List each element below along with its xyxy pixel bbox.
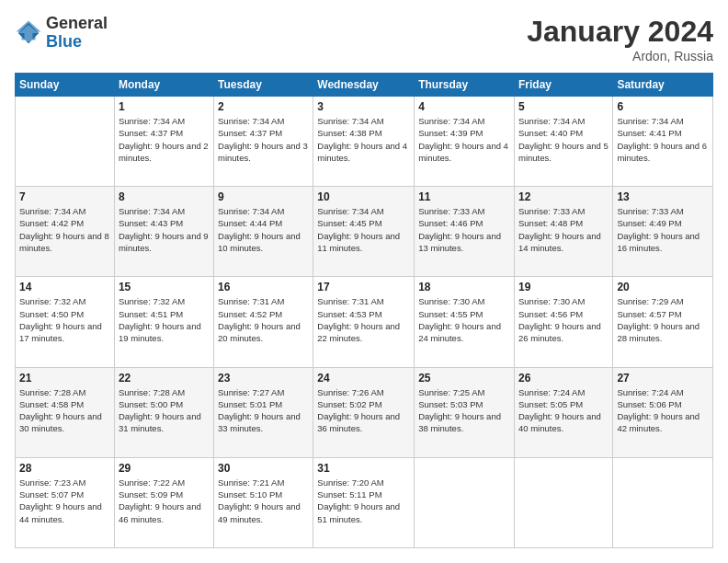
day-info: Sunrise: 7:21 AM Sunset: 5:10 PM Dayligh… xyxy=(218,477,309,525)
day-number: 20 xyxy=(617,281,709,293)
day-number: 9 xyxy=(218,190,309,203)
week-row-2: 14Sunrise: 7:32 AM Sunset: 4:50 PM Dayli… xyxy=(16,277,713,367)
day-number: 24 xyxy=(317,372,410,385)
day-number: 23 xyxy=(218,372,309,385)
day-cell: 13Sunrise: 7:33 AM Sunset: 4:49 PM Dayli… xyxy=(613,187,713,277)
day-cell: 28Sunrise: 7:23 AM Sunset: 5:07 PM Dayli… xyxy=(16,457,115,547)
col-sunday: Sunday xyxy=(16,74,115,97)
day-info: Sunrise: 7:34 AM Sunset: 4:44 PM Dayligh… xyxy=(218,205,309,254)
day-cell: 22Sunrise: 7:28 AM Sunset: 5:00 PM Dayli… xyxy=(114,367,213,457)
day-cell: 24Sunrise: 7:26 AM Sunset: 5:02 PM Dayli… xyxy=(313,367,415,457)
week-row-1: 7Sunrise: 7:34 AM Sunset: 4:42 PM Daylig… xyxy=(16,187,713,277)
day-number: 28 xyxy=(19,462,110,475)
day-number: 14 xyxy=(19,281,110,293)
day-number: 25 xyxy=(418,372,510,385)
day-cell: 10Sunrise: 7:34 AM Sunset: 4:45 PM Dayli… xyxy=(313,187,415,277)
day-info: Sunrise: 7:28 AM Sunset: 5:00 PM Dayligh… xyxy=(119,386,210,435)
day-cell: 18Sunrise: 7:30 AM Sunset: 4:55 PM Dayli… xyxy=(415,277,515,367)
col-wednesday: Wednesday xyxy=(313,74,415,97)
day-cell: 4Sunrise: 7:34 AM Sunset: 4:39 PM Daylig… xyxy=(415,97,515,187)
day-number: 3 xyxy=(317,100,410,113)
logo-icon xyxy=(15,19,42,47)
calendar-header: Sunday Monday Tuesday Wednesday Thursday… xyxy=(16,74,713,97)
day-cell xyxy=(415,457,515,547)
day-cell: 2Sunrise: 7:34 AM Sunset: 4:37 PM Daylig… xyxy=(214,97,313,187)
day-info: Sunrise: 7:34 AM Sunset: 4:38 PM Dayligh… xyxy=(317,115,410,164)
day-cell: 5Sunrise: 7:34 AM Sunset: 4:40 PM Daylig… xyxy=(514,97,612,187)
day-cell: 21Sunrise: 7:28 AM Sunset: 4:58 PM Dayli… xyxy=(16,367,115,457)
day-cell: 12Sunrise: 7:33 AM Sunset: 4:48 PM Dayli… xyxy=(514,187,612,277)
week-row-4: 28Sunrise: 7:23 AM Sunset: 5:07 PM Dayli… xyxy=(16,457,713,547)
day-cell: 31Sunrise: 7:20 AM Sunset: 5:11 PM Dayli… xyxy=(313,457,415,547)
day-cell xyxy=(16,97,115,187)
day-number: 11 xyxy=(418,190,510,203)
col-friday: Friday xyxy=(514,74,612,97)
day-number: 18 xyxy=(418,281,510,293)
day-cell: 29Sunrise: 7:22 AM Sunset: 5:09 PM Dayli… xyxy=(114,457,213,547)
day-info: Sunrise: 7:23 AM Sunset: 5:07 PM Dayligh… xyxy=(19,477,110,525)
day-number: 6 xyxy=(617,100,709,113)
day-number: 1 xyxy=(119,100,210,113)
day-number: 17 xyxy=(317,281,410,293)
day-info: Sunrise: 7:32 AM Sunset: 4:51 PM Dayligh… xyxy=(119,295,210,344)
day-info: Sunrise: 7:33 AM Sunset: 4:48 PM Dayligh… xyxy=(518,205,609,254)
logo-general-text: General xyxy=(46,15,108,33)
day-cell: 25Sunrise: 7:25 AM Sunset: 5:03 PM Dayli… xyxy=(415,367,515,457)
day-cell: 16Sunrise: 7:31 AM Sunset: 4:52 PM Dayli… xyxy=(214,277,313,367)
day-cell: 1Sunrise: 7:34 AM Sunset: 4:37 PM Daylig… xyxy=(114,97,213,187)
day-info: Sunrise: 7:34 AM Sunset: 4:43 PM Dayligh… xyxy=(119,205,210,254)
day-cell xyxy=(613,457,713,547)
day-info: Sunrise: 7:33 AM Sunset: 4:49 PM Dayligh… xyxy=(617,205,709,254)
day-number: 5 xyxy=(518,100,609,113)
day-number: 15 xyxy=(119,281,210,293)
location: Ardon, Russia xyxy=(527,49,713,63)
day-number: 22 xyxy=(119,372,210,385)
day-cell: 7Sunrise: 7:34 AM Sunset: 4:42 PM Daylig… xyxy=(16,187,115,277)
day-cell: 30Sunrise: 7:21 AM Sunset: 5:10 PM Dayli… xyxy=(214,457,313,547)
day-info: Sunrise: 7:20 AM Sunset: 5:11 PM Dayligh… xyxy=(317,477,410,525)
day-cell: 17Sunrise: 7:31 AM Sunset: 4:53 PM Dayli… xyxy=(313,277,415,367)
day-cell: 19Sunrise: 7:30 AM Sunset: 4:56 PM Dayli… xyxy=(514,277,612,367)
day-number: 7 xyxy=(19,190,110,203)
col-monday: Monday xyxy=(114,74,213,97)
day-number: 21 xyxy=(19,372,110,385)
calendar-page: General Blue January 2024 Ardon, Russia … xyxy=(0,0,728,563)
day-number: 30 xyxy=(218,462,309,475)
day-number: 13 xyxy=(617,190,709,203)
day-cell: 9Sunrise: 7:34 AM Sunset: 4:44 PM Daylig… xyxy=(214,187,313,277)
day-info: Sunrise: 7:34 AM Sunset: 4:37 PM Dayligh… xyxy=(119,115,210,164)
day-cell: 14Sunrise: 7:32 AM Sunset: 4:50 PM Dayli… xyxy=(16,277,115,367)
month-title: January 2024 xyxy=(527,15,713,49)
day-info: Sunrise: 7:25 AM Sunset: 5:03 PM Dayligh… xyxy=(418,386,510,435)
day-info: Sunrise: 7:34 AM Sunset: 4:42 PM Dayligh… xyxy=(19,205,110,254)
day-cell: 26Sunrise: 7:24 AM Sunset: 5:05 PM Dayli… xyxy=(514,367,612,457)
day-info: Sunrise: 7:34 AM Sunset: 4:45 PM Dayligh… xyxy=(317,205,410,254)
day-info: Sunrise: 7:27 AM Sunset: 5:01 PM Dayligh… xyxy=(218,386,309,435)
header: General Blue January 2024 Ardon, Russia xyxy=(15,15,713,63)
week-row-3: 21Sunrise: 7:28 AM Sunset: 4:58 PM Dayli… xyxy=(16,367,713,457)
day-cell: 11Sunrise: 7:33 AM Sunset: 4:46 PM Dayli… xyxy=(415,187,515,277)
week-row-0: 1Sunrise: 7:34 AM Sunset: 4:37 PM Daylig… xyxy=(16,97,713,187)
day-info: Sunrise: 7:32 AM Sunset: 4:50 PM Dayligh… xyxy=(19,295,110,344)
day-info: Sunrise: 7:24 AM Sunset: 5:06 PM Dayligh… xyxy=(617,386,709,435)
logo: General Blue xyxy=(15,15,108,52)
day-cell: 20Sunrise: 7:29 AM Sunset: 4:57 PM Dayli… xyxy=(613,277,713,367)
day-cell: 3Sunrise: 7:34 AM Sunset: 4:38 PM Daylig… xyxy=(313,97,415,187)
day-info: Sunrise: 7:31 AM Sunset: 4:53 PM Dayligh… xyxy=(317,295,410,344)
logo-text: General Blue xyxy=(46,15,108,52)
day-number: 26 xyxy=(518,372,609,385)
day-number: 31 xyxy=(317,462,410,475)
day-info: Sunrise: 7:33 AM Sunset: 4:46 PM Dayligh… xyxy=(418,205,510,254)
calendar-table: Sunday Monday Tuesday Wednesday Thursday… xyxy=(15,73,713,548)
day-info: Sunrise: 7:26 AM Sunset: 5:02 PM Dayligh… xyxy=(317,386,410,435)
col-saturday: Saturday xyxy=(613,74,713,97)
day-info: Sunrise: 7:22 AM Sunset: 5:09 PM Dayligh… xyxy=(119,477,210,525)
day-number: 10 xyxy=(317,190,410,203)
day-number: 2 xyxy=(218,100,309,113)
day-number: 4 xyxy=(418,100,510,113)
day-number: 16 xyxy=(218,281,309,293)
day-info: Sunrise: 7:30 AM Sunset: 4:56 PM Dayligh… xyxy=(518,295,609,344)
day-info: Sunrise: 7:34 AM Sunset: 4:37 PM Dayligh… xyxy=(218,115,309,164)
col-thursday: Thursday xyxy=(415,74,515,97)
day-number: 12 xyxy=(518,190,609,203)
